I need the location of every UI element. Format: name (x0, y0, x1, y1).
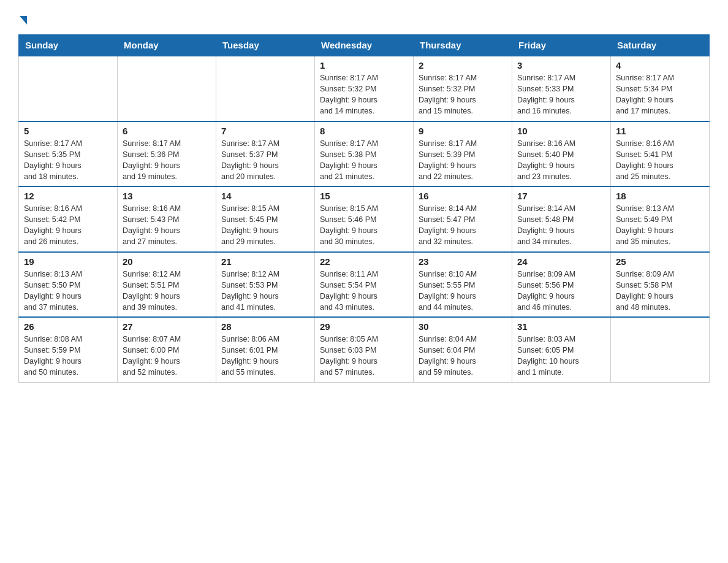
calendar-header-sunday: Sunday (19, 35, 118, 56)
calendar-header-row: SundayMondayTuesdayWednesdayThursdayFrid… (19, 35, 710, 56)
day-number: 10 (517, 126, 605, 136)
day-info: Sunrise: 8:17 AMSunset: 5:37 PMDaylight:… (221, 138, 309, 183)
day-number: 9 (419, 126, 507, 136)
day-number: 5 (24, 126, 112, 136)
day-number: 21 (221, 256, 309, 267)
calendar-cell: 6Sunrise: 8:17 AMSunset: 5:36 PMDaylight… (118, 121, 216, 187)
calendar-week-row: 5Sunrise: 8:17 AMSunset: 5:35 PMDaylight… (19, 121, 710, 187)
calendar-header-tuesday: Tuesday (216, 35, 315, 56)
day-info: Sunrise: 8:07 AMSunset: 6:00 PMDaylight:… (123, 334, 211, 378)
calendar-header-saturday: Saturday (611, 35, 710, 56)
day-number: 26 (24, 321, 112, 332)
calendar-cell: 24Sunrise: 8:09 AMSunset: 5:56 PMDayligh… (512, 252, 611, 318)
day-number: 20 (123, 256, 211, 267)
day-number: 24 (517, 256, 605, 267)
calendar-header-wednesday: Wednesday (315, 35, 414, 56)
day-info: Sunrise: 8:17 AMSunset: 5:32 PMDaylight:… (320, 72, 408, 117)
calendar-header-friday: Friday (512, 35, 611, 56)
calendar-week-row: 19Sunrise: 8:13 AMSunset: 5:50 PMDayligh… (19, 252, 710, 318)
day-number: 11 (616, 126, 704, 136)
day-number: 17 (517, 191, 605, 201)
calendar-cell: 25Sunrise: 8:09 AMSunset: 5:58 PMDayligh… (611, 252, 710, 318)
calendar-cell: 20Sunrise: 8:12 AMSunset: 5:51 PMDayligh… (118, 252, 216, 318)
calendar-cell: 9Sunrise: 8:17 AMSunset: 5:39 PMDaylight… (414, 121, 512, 187)
calendar-week-row: 26Sunrise: 8:08 AMSunset: 5:59 PMDayligh… (19, 317, 710, 382)
day-number: 29 (320, 321, 408, 332)
day-number: 18 (616, 191, 704, 201)
day-info: Sunrise: 8:09 AMSunset: 5:58 PMDaylight:… (616, 269, 704, 313)
day-number: 2 (419, 60, 507, 71)
day-info: Sunrise: 8:03 AMSunset: 6:05 PMDaylight:… (517, 334, 605, 378)
day-info: Sunrise: 8:15 AMSunset: 5:46 PMDaylight:… (320, 203, 408, 248)
calendar-cell: 29Sunrise: 8:05 AMSunset: 6:03 PMDayligh… (315, 317, 414, 382)
day-number: 7 (221, 126, 309, 136)
day-number: 31 (517, 321, 605, 332)
day-info: Sunrise: 8:17 AMSunset: 5:35 PMDaylight:… (24, 138, 112, 183)
calendar-cell: 10Sunrise: 8:16 AMSunset: 5:40 PMDayligh… (512, 121, 611, 187)
day-info: Sunrise: 8:09 AMSunset: 5:56 PMDaylight:… (517, 269, 605, 313)
calendar-cell (216, 56, 315, 121)
day-info: Sunrise: 8:04 AMSunset: 6:04 PMDaylight:… (419, 334, 507, 378)
calendar-cell: 17Sunrise: 8:14 AMSunset: 5:48 PMDayligh… (512, 186, 611, 252)
calendar-cell: 30Sunrise: 8:04 AMSunset: 6:04 PMDayligh… (414, 317, 512, 382)
day-info: Sunrise: 8:16 AMSunset: 5:43 PMDaylight:… (123, 203, 211, 248)
day-info: Sunrise: 8:16 AMSunset: 5:41 PMDaylight:… (616, 138, 704, 183)
day-info: Sunrise: 8:13 AMSunset: 5:49 PMDaylight:… (616, 203, 704, 248)
day-number: 19 (24, 256, 112, 267)
calendar-week-row: 1Sunrise: 8:17 AMSunset: 5:32 PMDaylight… (19, 56, 710, 121)
calendar-cell: 12Sunrise: 8:16 AMSunset: 5:42 PMDayligh… (19, 186, 118, 252)
calendar-cell: 1Sunrise: 8:17 AMSunset: 5:32 PMDaylight… (315, 56, 414, 121)
day-info: Sunrise: 8:14 AMSunset: 5:47 PMDaylight:… (419, 203, 507, 248)
day-number: 1 (320, 60, 408, 71)
day-info: Sunrise: 8:10 AMSunset: 5:55 PMDaylight:… (419, 269, 507, 313)
day-number: 30 (419, 321, 507, 332)
day-info: Sunrise: 8:17 AMSunset: 5:38 PMDaylight:… (320, 138, 408, 183)
day-number: 23 (419, 256, 507, 267)
calendar-header-thursday: Thursday (414, 35, 512, 56)
calendar-cell: 3Sunrise: 8:17 AMSunset: 5:33 PMDaylight… (512, 56, 611, 121)
day-number: 22 (320, 256, 408, 267)
day-info: Sunrise: 8:12 AMSunset: 5:53 PMDaylight:… (221, 269, 309, 313)
calendar-cell: 28Sunrise: 8:06 AMSunset: 6:01 PMDayligh… (216, 317, 315, 382)
day-info: Sunrise: 8:17 AMSunset: 5:36 PMDaylight:… (123, 138, 211, 183)
day-number: 13 (123, 191, 211, 201)
day-number: 4 (616, 60, 704, 71)
day-number: 27 (123, 321, 211, 332)
calendar-cell: 26Sunrise: 8:08 AMSunset: 5:59 PMDayligh… (19, 317, 118, 382)
day-info: Sunrise: 8:12 AMSunset: 5:51 PMDaylight:… (123, 269, 211, 313)
calendar-cell: 13Sunrise: 8:16 AMSunset: 5:43 PMDayligh… (118, 186, 216, 252)
calendar-cell: 22Sunrise: 8:11 AMSunset: 5:54 PMDayligh… (315, 252, 414, 318)
calendar-cell: 2Sunrise: 8:17 AMSunset: 5:32 PMDaylight… (414, 56, 512, 121)
calendar-cell: 16Sunrise: 8:14 AMSunset: 5:47 PMDayligh… (414, 186, 512, 252)
day-info: Sunrise: 8:17 AMSunset: 5:33 PMDaylight:… (517, 72, 605, 117)
day-number: 12 (24, 191, 112, 201)
calendar-cell (611, 317, 710, 382)
calendar-cell: 23Sunrise: 8:10 AMSunset: 5:55 PMDayligh… (414, 252, 512, 318)
day-info: Sunrise: 8:17 AMSunset: 5:34 PMDaylight:… (616, 72, 704, 117)
page-header (18, 12, 710, 27)
calendar-cell: 4Sunrise: 8:17 AMSunset: 5:34 PMDaylight… (611, 56, 710, 121)
calendar-cell: 7Sunrise: 8:17 AMSunset: 5:37 PMDaylight… (216, 121, 315, 187)
calendar-header-monday: Monday (118, 35, 216, 56)
day-info: Sunrise: 8:08 AMSunset: 5:59 PMDaylight:… (24, 334, 112, 378)
day-info: Sunrise: 8:05 AMSunset: 6:03 PMDaylight:… (320, 334, 408, 378)
day-number: 6 (123, 126, 211, 136)
calendar-cell: 14Sunrise: 8:15 AMSunset: 5:45 PMDayligh… (216, 186, 315, 252)
calendar-cell: 27Sunrise: 8:07 AMSunset: 6:00 PMDayligh… (118, 317, 216, 382)
calendar-cell (19, 56, 118, 121)
calendar-cell: 8Sunrise: 8:17 AMSunset: 5:38 PMDaylight… (315, 121, 414, 187)
day-number: 3 (517, 60, 605, 71)
calendar-table: SundayMondayTuesdayWednesdayThursdayFrid… (18, 34, 710, 383)
calendar-cell: 11Sunrise: 8:16 AMSunset: 5:41 PMDayligh… (611, 121, 710, 187)
logo-arrow-icon (20, 16, 27, 25)
calendar-cell: 19Sunrise: 8:13 AMSunset: 5:50 PMDayligh… (19, 252, 118, 318)
calendar-cell: 5Sunrise: 8:17 AMSunset: 5:35 PMDaylight… (19, 121, 118, 187)
day-number: 25 (616, 256, 704, 267)
calendar-week-row: 12Sunrise: 8:16 AMSunset: 5:42 PMDayligh… (19, 186, 710, 252)
calendar-cell: 15Sunrise: 8:15 AMSunset: 5:46 PMDayligh… (315, 186, 414, 252)
calendar-cell: 21Sunrise: 8:12 AMSunset: 5:53 PMDayligh… (216, 252, 315, 318)
day-info: Sunrise: 8:16 AMSunset: 5:40 PMDaylight:… (517, 138, 605, 183)
day-info: Sunrise: 8:11 AMSunset: 5:54 PMDaylight:… (320, 269, 408, 313)
day-number: 15 (320, 191, 408, 201)
calendar-cell (118, 56, 216, 121)
